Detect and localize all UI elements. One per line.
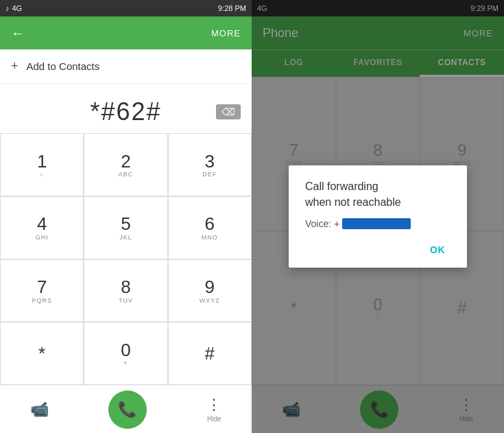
video-button-left[interactable]: 📹 [30, 401, 49, 419]
add-contact-label: Add to Contacts [27, 60, 100, 72]
hide-icon-left: ⋮ [206, 396, 221, 414]
key-4[interactable]: 4GHI [0, 196, 84, 259]
left-status-bar: ♪ 4G 9:28 PM [0, 0, 252, 16]
back-button[interactable]: ← [11, 25, 25, 41]
keypad-left: 1○ 2ABC 3DEF 4GHI 5JKL 6MNO 7PQRS 8TUV 9… [0, 133, 252, 385]
dialog-ok-button[interactable]: OK [424, 240, 451, 259]
left-bottom-bar: 📹 📞 ⋮ Hide [0, 385, 252, 433]
dialer-number: *#62# [11, 97, 241, 126]
call-icon-left: 📞 [108, 390, 147, 429]
dialer-display: *#62# ⌫ [0, 84, 252, 133]
dialog-body: Voice: + [305, 218, 451, 229]
key-8[interactable]: 8TUV [84, 259, 167, 323]
key-hash[interactable]: # [168, 322, 252, 385]
key-star[interactable]: * [0, 322, 84, 385]
left-panel: ♪ 4G 9:28 PM ← MORE + Add to Contacts *#… [0, 0, 252, 433]
hide-button-left[interactable]: ⋮ Hide [206, 396, 221, 423]
key-2[interactable]: 2ABC [84, 133, 167, 196]
right-panel: 4G 9:29 PM Phone MORE LOG FAVORITES CONT… [252, 0, 504, 433]
add-icon: + [11, 59, 19, 73]
dialog-actions: OK [305, 240, 451, 259]
key-9[interactable]: 9WXYZ [168, 259, 252, 323]
dialog-title: Call forwardingwhen not reachable [305, 179, 451, 210]
call-forwarding-dialog: Call forwardingwhen not reachable Voice:… [289, 165, 467, 268]
video-icon-left: 📹 [30, 401, 49, 419]
hide-label-left: Hide [207, 415, 221, 423]
key-5[interactable]: 5JKL [84, 196, 167, 259]
add-contact-row[interactable]: + Add to Contacts [0, 49, 252, 84]
dialog-voice-prefix: Voice: + [305, 218, 339, 229]
key-0[interactable]: 0+ [84, 322, 167, 385]
left-app-bar: ← MORE [0, 16, 252, 49]
more-button-left[interactable]: MORE [211, 28, 241, 38]
left-status-time: 9:28 PM [218, 4, 246, 12]
dialog-phone-redacted [342, 218, 411, 229]
signal-icon: 4G [12, 4, 23, 12]
backspace-button[interactable]: ⌫ [216, 104, 241, 119]
left-time: 9:28 PM [218, 4, 246, 12]
key-7[interactable]: 7PQRS [0, 259, 84, 323]
key-6[interactable]: 6MNO [168, 196, 252, 259]
call-button-left[interactable]: 📞 [108, 390, 147, 429]
music-icon: ♪ [5, 4, 10, 12]
left-status-icons: ♪ 4G [5, 4, 22, 12]
key-1[interactable]: 1○ [0, 133, 84, 196]
dialog-overlay: Call forwardingwhen not reachable Voice:… [252, 0, 504, 433]
key-3[interactable]: 3DEF [168, 133, 252, 196]
